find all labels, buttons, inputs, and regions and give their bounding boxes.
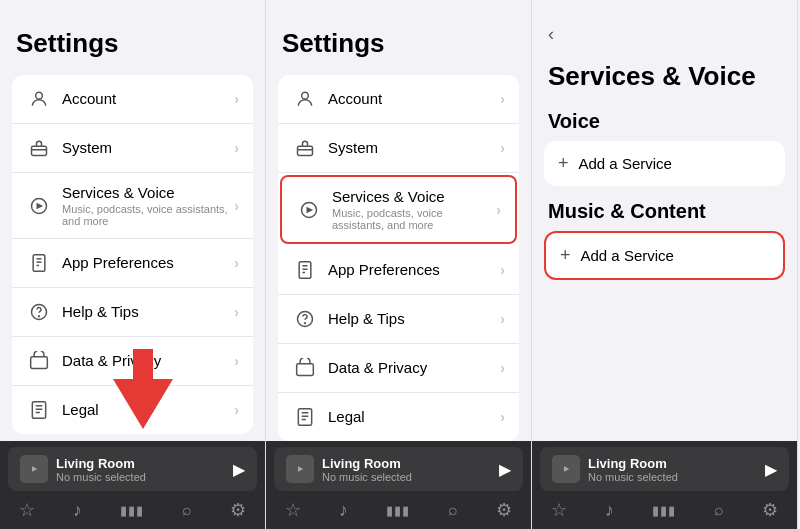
chevron-services-2: › [496,202,501,218]
legal-icon-1 [26,397,52,423]
services-label-1: Services & Voice [62,184,175,201]
services-icon-2 [296,197,322,223]
now-playing-2[interactable]: Living Room No music selected ▶ [274,447,523,491]
music-section-header: Music & Content [532,190,797,227]
appprefs-label-2: App Preferences [328,261,440,278]
chevron-system-2: › [500,140,505,156]
tab-star-1[interactable]: ☆ [11,497,43,523]
panel-2-content: Settings Account › System › [266,0,531,441]
now-playing-title-2: Living Room [322,456,491,471]
services-sublabel-1: Music, podcasts, voice assistants, and m… [62,203,234,227]
add-music-label: Add a Service [581,247,674,264]
now-playing-sub-2: No music selected [322,471,491,483]
add-voice-service-button[interactable]: + Add a Service [544,141,785,186]
settings-item-appprefs-1[interactable]: App Preferences › [12,239,253,288]
panel-2-title: Settings [266,16,531,67]
legal-label-2: Legal [328,408,365,425]
tab-bars-3[interactable]: ▮▮▮ [644,501,684,520]
now-playing-1[interactable]: Living Room No music selected ▶ [8,447,257,491]
add-voice-label: Add a Service [579,155,672,172]
privacy-label-2: Data & Privacy [328,359,427,376]
panel-3: ‹ Services & Voice Voice + Add a Service… [532,0,798,529]
plus-icon-voice: + [558,153,569,174]
account-icon-1 [26,86,52,112]
legal-icon-2 [292,404,318,430]
tab-music-2[interactable]: ♪ [331,498,356,523]
tab-bar-3: ☆ ♪ ▮▮▮ ⌕ ⚙ [532,495,797,529]
svg-rect-17 [298,146,313,155]
chevron-legal-1: › [234,402,239,418]
tab-search-1[interactable]: ⌕ [174,499,200,521]
chevron-appprefs-1: › [234,255,239,271]
settings-item-account-1[interactable]: Account › [12,75,253,124]
chevron-help-2: › [500,311,505,327]
account-icon-2 [292,86,318,112]
settings-item-help-2[interactable]: Help & Tips › [278,295,519,344]
services-sublabel-2: Music, podcasts, voice assistants, and m… [332,207,496,231]
panel-3-title: Services & Voice [532,49,797,100]
system-label-1: System [62,139,112,156]
system-icon-2 [292,135,318,161]
back-button-3[interactable]: ‹ [532,16,797,49]
settings-item-account-2[interactable]: Account › [278,75,519,124]
now-playing-sub-3: No music selected [588,471,757,483]
svg-rect-27 [298,409,311,426]
tab-settings-2[interactable]: ⚙ [488,497,520,523]
settings-item-legal-2[interactable]: Legal › [278,393,519,441]
privacy-icon-2 [292,355,318,381]
account-label-2: Account [328,90,382,107]
panel-2: Settings Account › System › [266,0,532,529]
tab-music-3[interactable]: ♪ [597,498,622,523]
svg-marker-15 [113,349,173,429]
help-icon-2 [292,306,318,332]
svg-point-16 [302,92,309,99]
panel-1: Settings Account › System › [0,0,266,529]
tab-settings-3[interactable]: ⚙ [754,497,786,523]
tab-search-2[interactable]: ⌕ [440,499,466,521]
now-playing-album-art-3 [552,455,580,483]
chevron-account-1: › [234,91,239,107]
tab-bars-1[interactable]: ▮▮▮ [112,501,152,520]
settings-item-appprefs-2[interactable]: App Preferences › [278,246,519,295]
play-button-2[interactable]: ▶ [499,460,511,479]
system-label-2: System [328,139,378,156]
settings-item-privacy-2[interactable]: Data & Privacy › [278,344,519,393]
tab-search-3[interactable]: ⌕ [706,499,732,521]
help-label-2: Help & Tips [328,310,405,327]
chevron-appprefs-2: › [500,262,505,278]
bottom-bar-3: Living Room No music selected ▶ ☆ ♪ ▮▮▮ … [532,441,797,529]
settings-list-2: Account › System › [278,75,519,441]
panel-3-content: ‹ Services & Voice Voice + Add a Service… [532,0,797,441]
settings-item-help-1[interactable]: Help & Tips › [12,288,253,337]
add-music-service-button[interactable]: + Add a Service [544,231,785,280]
chevron-account-2: › [500,91,505,107]
settings-item-services-1[interactable]: Services & Voice Music, podcasts, voice … [12,173,253,239]
red-arrow [113,349,173,433]
svg-rect-20 [299,262,311,279]
svg-rect-11 [32,402,45,419]
tab-star-3[interactable]: ☆ [543,497,575,523]
play-button-1[interactable]: ▶ [233,460,245,479]
settings-item-system-1[interactable]: System › [12,124,253,173]
svg-point-9 [39,316,40,317]
svg-rect-26 [297,364,314,376]
tab-bars-2[interactable]: ▮▮▮ [378,501,418,520]
chevron-privacy-1: › [234,353,239,369]
account-label-1: Account [62,90,116,107]
now-playing-title-1: Living Room [56,456,225,471]
system-icon-1 [26,135,52,161]
privacy-icon-1 [26,348,52,374]
appprefs-label-1: App Preferences [62,254,174,271]
tab-music-1[interactable]: ♪ [65,498,90,523]
now-playing-3[interactable]: Living Room No music selected ▶ [540,447,789,491]
chevron-help-1: › [234,304,239,320]
settings-item-services-2[interactable]: Services & Voice Music, podcasts, voice … [280,175,517,244]
bottom-bar-2: Living Room No music selected ▶ ☆ ♪ ▮▮▮ … [266,441,531,529]
chevron-services-1: › [234,198,239,214]
play-button-3[interactable]: ▶ [765,460,777,479]
svg-rect-1 [32,146,47,155]
svg-point-0 [36,92,43,99]
tab-settings-1[interactable]: ⚙ [222,497,254,523]
settings-item-system-2[interactable]: System › [278,124,519,173]
tab-star-2[interactable]: ☆ [277,497,309,523]
